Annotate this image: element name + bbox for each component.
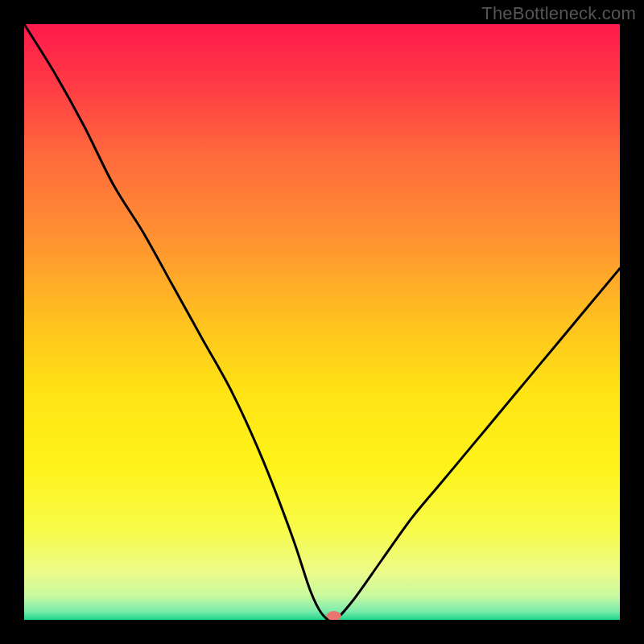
chart-frame: TheBottleneck.com — [0, 0, 644, 644]
watermark-text: TheBottleneck.com — [481, 3, 636, 24]
plot-area — [24, 24, 620, 620]
bottleneck-chart-svg — [24, 24, 620, 620]
chart-background-gradient — [24, 24, 620, 620]
